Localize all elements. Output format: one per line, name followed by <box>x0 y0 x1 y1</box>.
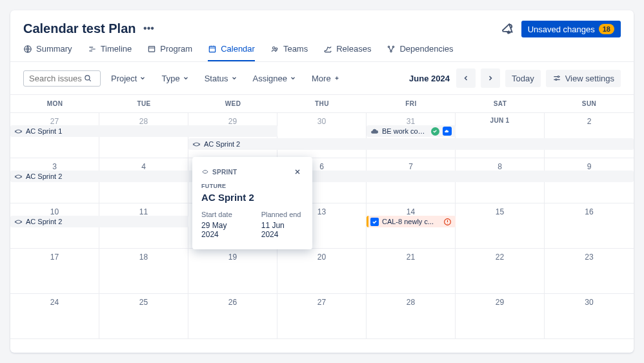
calendar-cell[interactable]: 28 <box>367 294 456 339</box>
cloud-icon <box>370 127 379 136</box>
today-button[interactable]: Today <box>505 70 541 87</box>
date-label: 12 <box>188 203 277 216</box>
next-month-button[interactable] <box>481 68 500 88</box>
tab-label: Dependencies <box>399 44 453 54</box>
unsaved-changes-button[interactable]: Unsaved changes 18 <box>521 21 621 37</box>
tab-label: Summary <box>36 44 72 54</box>
tab-timeline[interactable]: Timeline <box>88 44 132 61</box>
date-label: 27 <box>10 113 99 126</box>
date-label: 9 <box>545 158 634 171</box>
sprint-icon <box>14 172 23 181</box>
chevron-right-icon <box>487 74 494 82</box>
date-label: 14 <box>367 203 455 216</box>
prev-month-button[interactable] <box>456 68 476 88</box>
filter-type[interactable]: Type <box>156 70 194 87</box>
chevron-down-icon <box>139 75 146 81</box>
status-done-icon <box>431 127 439 136</box>
calendar-cell[interactable]: 25 <box>99 294 188 339</box>
date-label: 27 <box>277 294 366 307</box>
date-label: 20 <box>277 249 366 262</box>
calendar-cell[interactable]: 12 <box>188 203 277 249</box>
event-label: AC Sprint 2 <box>26 218 62 225</box>
calendar-cell[interactable]: 2 <box>545 113 634 158</box>
day-header: FRI <box>367 95 456 112</box>
event-sprint-2-row3[interactable]: AC Sprint 2 <box>10 216 188 227</box>
chevron-down-icon <box>290 75 296 81</box>
event-be-work[interactable]: BE work com... <box>367 125 456 137</box>
sprint-icon <box>14 218 23 226</box>
event-label: AC Sprint 2 <box>204 140 240 148</box>
calendar-cell[interactable]: 30 <box>545 294 634 339</box>
filter-label: Assignee <box>253 74 287 83</box>
view-settings-button[interactable]: View settings <box>546 70 621 87</box>
event-sprint-2-row1[interactable]: AC Sprint 2 <box>188 138 634 150</box>
svg-point-10 <box>555 79 556 80</box>
task-icon <box>370 218 379 226</box>
day-header: SAT <box>456 95 545 112</box>
calendar-cell[interactable]: JUN 1 <box>456 113 545 158</box>
calendar-cell[interactable]: 19 <box>188 249 277 294</box>
date-label: 15 <box>456 203 544 216</box>
event-sprint-2-row2[interactable]: AC Sprint 2 <box>10 171 634 182</box>
svg-point-5 <box>388 46 390 47</box>
filter-assignee[interactable]: Assignee <box>248 70 301 87</box>
calendar-cell[interactable]: 15 <box>456 203 545 249</box>
search-input-wrapper[interactable] <box>23 70 101 87</box>
calendar-cell[interactable]: 20 <box>277 249 367 294</box>
calendar-cell[interactable]: 17 <box>10 249 99 294</box>
calendar-cell[interactable]: 16 <box>545 203 634 249</box>
search-input[interactable] <box>29 74 83 83</box>
tab-label: Program <box>160 44 192 54</box>
tab-program[interactable]: Program <box>147 44 192 61</box>
svg-point-3 <box>272 47 275 49</box>
tab-dependencies[interactable]: Dependencies <box>387 44 453 61</box>
plan-title: Calendar test Plan <box>23 21 136 36</box>
calendar-cell[interactable]: 30 <box>277 113 367 158</box>
tab-teams[interactable]: Teams <box>270 44 308 61</box>
filter-more[interactable]: More <box>307 70 345 87</box>
day-header: MON <box>10 95 99 112</box>
svg-point-7 <box>390 50 392 52</box>
calendar-icon <box>208 45 217 54</box>
calendar-cell[interactable]: 13 <box>277 203 367 249</box>
date-label: 2 <box>545 113 634 126</box>
date-label: 4 <box>99 158 188 171</box>
month-label: June 2024 <box>409 74 450 83</box>
tab-label: Teams <box>283 44 308 54</box>
calendar-cell[interactable]: 21 <box>367 249 456 294</box>
tab-calendar[interactable]: Calendar <box>208 44 255 61</box>
calendar-cell[interactable]: 23 <box>545 249 634 294</box>
more-actions-button[interactable]: ••• <box>141 21 157 36</box>
calendar-cell[interactable]: 24 <box>10 294 99 339</box>
tab-releases[interactable]: Releases <box>323 44 371 61</box>
date-label: 18 <box>99 249 188 262</box>
filter-project[interactable]: Project <box>106 70 151 87</box>
warning-icon <box>443 218 452 226</box>
filter-label: Status <box>205 74 228 83</box>
date-label: 30 <box>545 294 634 307</box>
date-label: 31 <box>367 113 455 126</box>
dependencies-icon <box>387 45 396 54</box>
day-header: SUN <box>545 95 634 112</box>
day-header: THU <box>277 95 367 112</box>
date-label: 26 <box>188 294 277 307</box>
date-label: 28 <box>367 294 455 307</box>
tab-summary[interactable]: Summary <box>23 44 72 61</box>
calendar-cell[interactable]: 29 <box>456 294 545 339</box>
calendar-cell[interactable]: 27 <box>277 294 367 339</box>
event-sprint-1[interactable]: AC Sprint 1 <box>10 125 277 137</box>
calendar-cell[interactable]: 26 <box>188 294 277 339</box>
calendar-cell[interactable]: 18 <box>99 249 188 294</box>
date-label: 8 <box>456 158 544 171</box>
announce-icon[interactable] <box>499 20 517 38</box>
event-cal8[interactable]: CAL-8 newly c... <box>367 216 456 227</box>
unsaved-changes-count: 18 <box>599 24 614 34</box>
date-label: 29 <box>456 294 544 307</box>
filter-status[interactable]: Status <box>199 70 243 87</box>
tab-label: Timeline <box>101 44 132 54</box>
chevron-down-icon <box>231 75 237 81</box>
date-label: 11 <box>99 203 188 216</box>
event-label: CAL-8 newly c... <box>382 218 440 225</box>
calendar-cell[interactable]: 22 <box>456 249 545 294</box>
day-header: WED <box>188 95 277 112</box>
